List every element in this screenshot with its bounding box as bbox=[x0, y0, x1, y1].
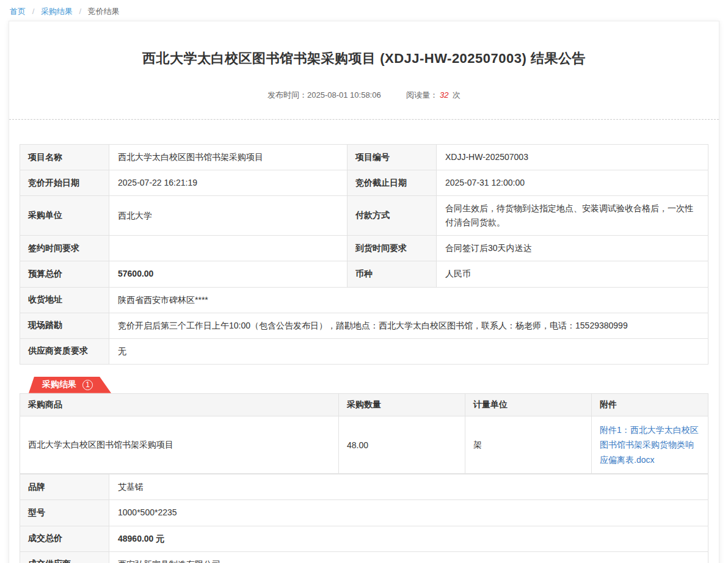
table-row: 西北大学太白校区图书馆书架采购项目 48.00 架 附件1：西北大学太白校区图书… bbox=[20, 416, 708, 474]
field-value-bid-start-date: 2025-07-22 16:21:19 bbox=[109, 170, 348, 196]
table-row: 预算总价 57600.00 币种 人民币 bbox=[20, 261, 708, 287]
table-row: 现场踏勘 竞价开启后第三个工作日上午10:00（包含公告发布日），踏勘地点：西北… bbox=[20, 313, 708, 338]
result-count-badge: 1 bbox=[82, 380, 93, 390]
field-label-deal-total-price: 成交总价 bbox=[20, 526, 109, 551]
field-value-currency: 人民币 bbox=[437, 261, 708, 287]
publish-time-value: 2025-08-01 10:58:06 bbox=[307, 90, 381, 100]
breadcrumb: 首页 / 采购结果 / 竞价结果 bbox=[0, 0, 728, 17]
table-row: 竞价开始日期 2025-07-22 16:21:19 竞价截止日期 2025-0… bbox=[20, 170, 708, 196]
attachment-download-link[interactable]: 附件1：西北大学太白校区图书馆书架采购货物类响应偏离表.docx bbox=[600, 423, 700, 468]
field-value-project-number: XDJJ-HW-202507003 bbox=[437, 145, 708, 170]
table-row: 品牌 艾基锘 bbox=[20, 474, 708, 500]
table-row: 采购单位 西北大学 付款方式 合同生效后，待货物到达指定地点、安装调试验收合格后… bbox=[20, 196, 708, 236]
field-label-currency: 币种 bbox=[348, 261, 437, 287]
field-label-project-number: 项目编号 bbox=[348, 145, 437, 170]
field-value-delivery-address: 陕西省西安市碑林区**** bbox=[109, 287, 708, 313]
field-label-site-survey: 现场踏勘 bbox=[20, 313, 109, 338]
field-label-payment-method: 付款方式 bbox=[348, 196, 437, 236]
read-count-value: 32 bbox=[438, 90, 450, 100]
procurement-result-ribbon: 采购结果 1 bbox=[29, 377, 111, 393]
field-value-supplier-qualification: 无 bbox=[109, 338, 708, 364]
field-value-deal-total-price: 48960.00 元 bbox=[109, 526, 708, 551]
table-row: 供应商资质要求 无 bbox=[20, 338, 708, 364]
field-value-site-survey: 竞价开启后第三个工作日上午10:00（包含公告发布日），踏勘地点：西北大学太白校… bbox=[109, 313, 708, 338]
field-label-winning-supplier: 成交供应商 bbox=[20, 551, 109, 563]
table-row: 项目名称 西北大学太白校区图书馆书架采购项目 项目编号 XDJJ-HW-2025… bbox=[20, 145, 708, 170]
field-label-model: 型号 bbox=[20, 500, 109, 526]
field-value-delivery-time: 合同签订后30天内送达 bbox=[437, 236, 708, 261]
breadcrumb-current-page: 竞价结果 bbox=[88, 7, 120, 16]
publish-time-label: 发布时间： bbox=[268, 90, 307, 100]
result-quantity: 48.00 bbox=[339, 416, 465, 474]
dashed-divider bbox=[9, 119, 719, 120]
procurement-result-section-header: 采购结果 1 bbox=[29, 377, 699, 393]
field-value-winning-supplier: 西安弘新家具制造有限公司 bbox=[109, 551, 708, 563]
field-value-bid-end-date: 2025-07-31 12:00:00 bbox=[437, 170, 708, 196]
read-count-unit: 次 bbox=[453, 90, 460, 100]
announcement-card: 西北大学太白校区图书馆书架采购项目 (XDJJ-HW-202507003) 结果… bbox=[9, 21, 719, 563]
column-header-product: 采购商品 bbox=[20, 393, 339, 416]
column-header-attachment: 附件 bbox=[592, 393, 708, 416]
column-header-unit: 计量单位 bbox=[465, 393, 592, 416]
breadcrumb-separator: / bbox=[79, 7, 82, 16]
field-label-delivery-address: 收货地址 bbox=[20, 287, 109, 313]
result-product-name: 西北大学太白校区图书馆书架采购项目 bbox=[20, 416, 339, 474]
table-header-row: 采购商品 采购数量 计量单位 附件 bbox=[20, 393, 708, 416]
column-header-quantity: 采购数量 bbox=[339, 393, 465, 416]
field-value-brand: 艾基锘 bbox=[109, 474, 708, 500]
publish-meta: 发布时间：2025-08-01 10:58:06 阅读量：32 次 bbox=[9, 90, 719, 101]
field-label-delivery-time: 到货时间要求 bbox=[348, 236, 437, 261]
result-unit: 架 bbox=[465, 416, 592, 474]
field-label-purchasing-unit: 采购单位 bbox=[20, 196, 109, 236]
breadcrumb-procurement-results-link[interactable]: 采购结果 bbox=[41, 7, 73, 16]
field-value-budget-total: 57600.00 bbox=[109, 261, 348, 287]
breadcrumb-home-link[interactable]: 首页 bbox=[10, 7, 26, 16]
deal-detail-table: 品牌 艾基锘 型号 1000*500*2235 成交总价 48960.00 元 … bbox=[20, 474, 708, 563]
table-row: 成交总价 48960.00 元 bbox=[20, 526, 708, 551]
ribbon-label: 采购结果 bbox=[42, 379, 76, 390]
field-label-budget-total: 预算总价 bbox=[20, 261, 109, 287]
project-info-table: 项目名称 西北大学太白校区图书馆书架采购项目 项目编号 XDJJ-HW-2025… bbox=[20, 144, 708, 365]
field-value-purchasing-unit: 西北大学 bbox=[109, 196, 348, 236]
breadcrumb-separator: / bbox=[32, 7, 35, 16]
page-title: 西北大学太白校区图书馆书架采购项目 (XDJJ-HW-202507003) 结果… bbox=[9, 21, 719, 68]
read-count-label: 阅读量： bbox=[406, 90, 438, 100]
field-label-supplier-qualification: 供应商资质要求 bbox=[20, 338, 109, 364]
field-label-brand: 品牌 bbox=[20, 474, 109, 500]
table-row: 收货地址 陕西省西安市碑林区**** bbox=[20, 287, 708, 313]
field-value-model: 1000*500*2235 bbox=[109, 500, 708, 526]
field-label-bid-end-date: 竞价截止日期 bbox=[348, 170, 437, 196]
field-value-signing-time bbox=[109, 236, 348, 261]
procurement-result-table: 采购商品 采购数量 计量单位 附件 西北大学太白校区图书馆书架采购项目 48.0… bbox=[20, 393, 708, 474]
field-label-signing-time: 签约时间要求 bbox=[20, 236, 109, 261]
field-value-payment-method: 合同生效后，待货物到达指定地点、安装调试验收合格后，一次性付清合同货款。 bbox=[437, 196, 708, 236]
table-row: 型号 1000*500*2235 bbox=[20, 500, 708, 526]
table-row: 签约时间要求 到货时间要求 合同签订后30天内送达 bbox=[20, 236, 708, 261]
table-row: 成交供应商 西安弘新家具制造有限公司 bbox=[20, 551, 708, 563]
field-value-project-name: 西北大学太白校区图书馆书架采购项目 bbox=[109, 145, 348, 170]
field-label-bid-start-date: 竞价开始日期 bbox=[20, 170, 109, 196]
field-label-project-name: 项目名称 bbox=[20, 145, 109, 170]
